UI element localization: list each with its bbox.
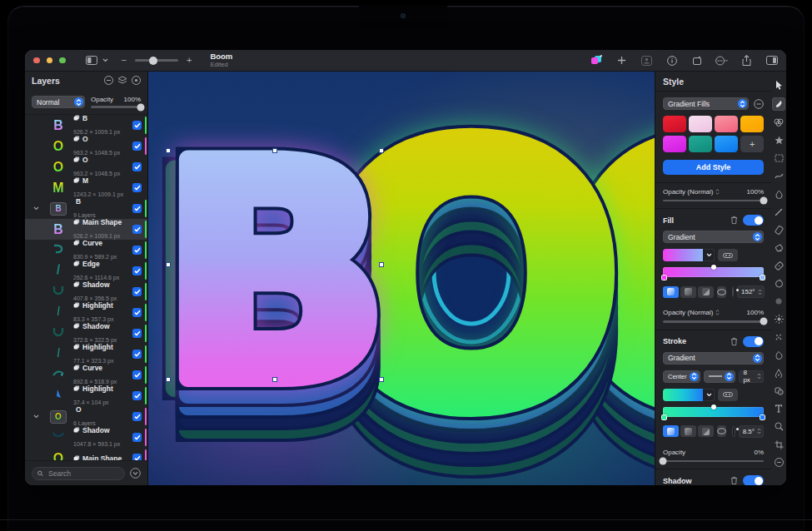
- layer-visibility-checkbox[interactable]: [132, 329, 142, 338]
- layer-visibility-checkbox[interactable]: [132, 454, 142, 460]
- zoom-window-button[interactable]: [59, 57, 66, 64]
- fill-type-dropdown[interactable]: Gradient: [663, 231, 764, 243]
- chevron-down-icon[interactable]: [33, 206, 39, 211]
- layer-group-row[interactable]: BB9 Layers: [25, 198, 147, 219]
- style-swatch[interactable]: [663, 116, 686, 132]
- share-icon[interactable]: [740, 55, 753, 67]
- gradient-angle-button[interactable]: [698, 425, 714, 437]
- trash-icon[interactable]: [730, 476, 738, 485]
- layer-visibility-checkbox[interactable]: [132, 266, 142, 275]
- layer-row[interactable]: MM1243.2 × 1009.1 px: [25, 177, 147, 198]
- layers-opacity-knob[interactable]: [137, 103, 145, 111]
- layer-visibility-checkbox[interactable]: [132, 225, 142, 234]
- sidebar-chevron-icon[interactable]: [102, 58, 108, 62]
- gradient-radial-button[interactable]: [680, 425, 696, 437]
- slider-knob[interactable]: [760, 196, 768, 204]
- add-swatch-button[interactable]: +: [740, 136, 764, 152]
- remove-layer-icon[interactable]: [104, 73, 113, 88]
- layer-row[interactable]: Edge262.6 × 1114.6 px: [25, 261, 147, 281]
- trash-icon[interactable]: [730, 216, 738, 225]
- layer-row[interactable]: Curve892.6 × 518.9 px: [25, 365, 147, 385]
- gradient-linear-button[interactable]: [663, 425, 679, 437]
- remove-preset-icon[interactable]: [754, 99, 764, 109]
- layer-visibility-checkbox[interactable]: [132, 121, 142, 130]
- tool-clone-icon[interactable]: [772, 278, 785, 290]
- stroke-position-dropdown[interactable]: Center: [663, 370, 700, 383]
- tool-soften-icon[interactable]: [772, 295, 785, 307]
- toggle-sidebar-icon[interactable]: [765, 55, 778, 67]
- layer-visibility-checkbox[interactable]: [132, 183, 142, 192]
- label-stepper-icon[interactable]: [715, 189, 720, 195]
- layer-search-field[interactable]: [32, 467, 125, 480]
- gradient-reverse-button[interactable]: [717, 286, 726, 298]
- zoom-out-button[interactable]: −: [122, 56, 127, 65]
- info-icon[interactable]: [665, 55, 678, 67]
- layer-visibility-checkbox[interactable]: [132, 350, 142, 359]
- zoom-slider-knob[interactable]: [149, 57, 157, 65]
- layer-row[interactable]: Shadow407.8 × 356.5 px: [25, 281, 147, 302]
- tool-sharpen-icon[interactable]: [772, 314, 785, 325]
- tool-color-adjustments-icon[interactable]: [772, 117, 785, 128]
- tool-smudge-icon[interactable]: [772, 350, 785, 361]
- layer-row[interactable]: Shadow372.6 × 322.5 px: [25, 323, 147, 344]
- minimize-window-button[interactable]: [47, 57, 53, 64]
- layer-row[interactable]: Highlight37.4 × 104 px: [25, 385, 147, 406]
- shadow-toggle[interactable]: [743, 475, 764, 485]
- slider-knob[interactable]: [760, 318, 768, 325]
- gradient-stop[interactable]: [760, 414, 765, 420]
- fill-gradient-swatch[interactable]: [663, 249, 715, 261]
- style-swatch[interactable]: [689, 116, 712, 132]
- fill-toggle[interactable]: [743, 215, 764, 226]
- rotate-canvas-icon[interactable]: [690, 55, 703, 67]
- layer-row[interactable]: Curve830.9 × 589.2 px: [25, 240, 147, 261]
- tool-move-icon[interactable]: [772, 79, 785, 91]
- tool-warp-icon[interactable]: [772, 171, 785, 182]
- tool-paint-icon[interactable]: [772, 224, 785, 236]
- close-window-button[interactable]: [33, 57, 40, 64]
- gradient-midpoint[interactable]: [711, 265, 716, 270]
- tool-remove-tool-icon[interactable]: [772, 457, 785, 469]
- layer-visibility-checkbox[interactable]: [132, 412, 142, 421]
- style-swatch[interactable]: [689, 136, 712, 152]
- zoom-in-button[interactable]: +: [187, 56, 192, 65]
- fill-opacity-slider[interactable]: [663, 320, 764, 323]
- stroke-gradient-options-button[interactable]: [718, 389, 738, 401]
- slider-knob[interactable]: [660, 457, 667, 464]
- layer-row[interactable]: OO963.2 × 1048.5 px: [25, 136, 147, 156]
- canvas[interactable]: B O: [148, 72, 655, 485]
- gradient-stop[interactable]: [661, 414, 667, 420]
- stroke-line-style-dropdown[interactable]: [704, 370, 735, 383]
- trash-icon[interactable]: [730, 337, 738, 346]
- chevron-down-icon[interactable]: [33, 414, 39, 419]
- layer-row[interactable]: BB926.2 × 1009.1 px: [25, 115, 147, 136]
- style-swatch[interactable]: [715, 116, 738, 132]
- tool-erase-icon[interactable]: [772, 242, 785, 254]
- layer-visibility-checkbox[interactable]: [132, 433, 142, 442]
- style-swatch[interactable]: [663, 136, 686, 152]
- layers-stack-icon[interactable]: [117, 73, 127, 88]
- tool-shape-icon[interactable]: [772, 385, 785, 397]
- layer-visibility-checkbox[interactable]: [132, 391, 142, 400]
- tool-grain-icon[interactable]: [772, 331, 785, 343]
- layer-row[interactable]: OO963.2 × 1048.5 px: [25, 156, 147, 177]
- gradient-linear-button[interactable]: [663, 286, 679, 298]
- layer-row[interactable]: Shadow1047.8 × 593.1 px: [25, 427, 147, 448]
- tool-zoom-icon[interactable]: [772, 421, 785, 433]
- layer-row[interactable]: Highlight83.3 × 357.3 px: [25, 302, 147, 323]
- layer-visibility-checkbox[interactable]: [132, 162, 142, 171]
- tool-rect-select-icon[interactable]: [772, 152, 785, 164]
- tool-pen-icon[interactable]: [772, 367, 785, 379]
- toggle-left-sidebar-icon[interactable]: [86, 56, 97, 65]
- layer-group-row[interactable]: OO6 Layers: [25, 406, 147, 427]
- layer-visibility-checkbox[interactable]: [132, 141, 142, 151]
- gradient-radial-button[interactable]: [680, 286, 696, 298]
- fill-angle-field[interactable]: 152°: [737, 285, 765, 298]
- add-style-button[interactable]: Add Style: [663, 160, 764, 175]
- tool-effects-icon[interactable]: [772, 135, 785, 146]
- fill-gradient-options-button[interactable]: [718, 249, 738, 261]
- style-opacity-slider[interactable]: [663, 200, 764, 202]
- add-icon[interactable]: [615, 55, 628, 67]
- style-swatch[interactable]: [715, 136, 738, 152]
- style-preset-dropdown[interactable]: Gradient Fills: [663, 97, 749, 110]
- tool-style-icon[interactable]: [772, 97, 785, 111]
